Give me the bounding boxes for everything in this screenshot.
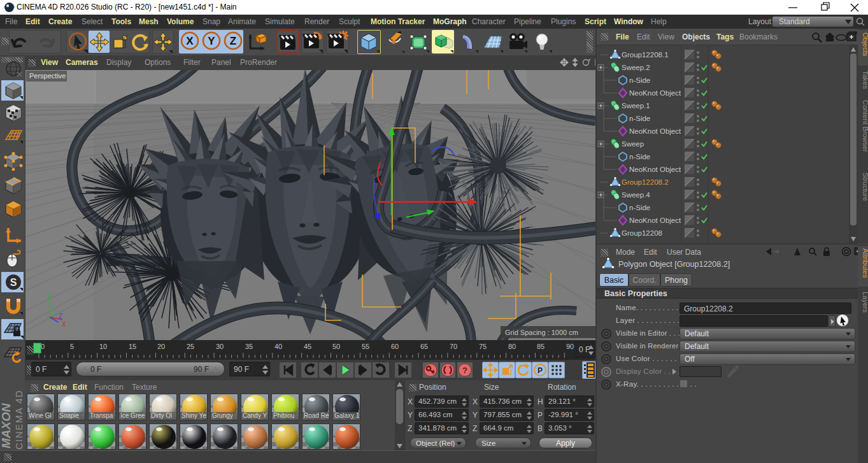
svg-text:20: 20 [157,343,165,350]
svg-text:NeoKnot Object: NeoKnot Object [629,89,681,97]
svg-text:S: S [10,277,17,288]
svg-text:Sweep.1: Sweep.1 [622,102,650,110]
svg-text:Sweep: Sweep [622,140,644,148]
svg-text:80: 80 [508,343,516,350]
svg-text:Y: Y [208,35,215,47]
svg-text:65: 65 [420,343,428,350]
svg-text:n-Side: n-Side [629,153,650,160]
svg-text:P: P [537,366,543,375]
svg-text:Sweep.4: Sweep.4 [622,191,650,199]
svg-text:60: 60 [391,343,399,350]
svg-text:n-Side: n-Side [629,115,650,122]
svg-text:35: 35 [245,343,253,350]
svg-text:Grid Spacing : 1000 cm: Grid Spacing : 1000 cm [505,329,578,336]
svg-text:5: 5 [70,343,74,350]
svg-text:NeoKnot Object: NeoKnot Object [629,166,681,173]
svg-text:90: 90 [566,343,574,350]
svg-text:0: 0 [41,343,45,350]
svg-text:Group12208.1: Group12208.1 [622,51,669,59]
svg-text:55: 55 [362,343,369,350]
svg-text:25: 25 [187,343,194,350]
svg-text:Z: Z [230,35,236,47]
svg-text:Group12208: Group12208 [622,229,662,237]
svg-text:85: 85 [537,343,544,350]
svg-text:15: 15 [129,343,136,350]
svg-text:70: 70 [450,343,457,350]
svg-text:MAXON: MAXON [0,402,13,448]
svg-text:?: ? [462,366,467,375]
svg-text:10: 10 [99,343,107,350]
svg-text:n-Side: n-Side [629,204,650,211]
svg-text:NeoKnot Object: NeoKnot Object [629,127,681,135]
svg-text:50: 50 [332,343,340,350]
svg-text:Perspective: Perspective [29,72,66,80]
svg-text:45: 45 [304,343,311,350]
svg-text:30: 30 [216,343,224,350]
svg-text:X: X [62,321,66,328]
svg-text:Z: Z [59,313,62,320]
svg-text:Sweep.2: Sweep.2 [622,64,650,71]
svg-text:NeoKnot Object: NeoKnot Object [629,217,681,224]
svg-text:n-Side: n-Side [629,76,650,84]
svg-text:40: 40 [274,343,282,350]
svg-text:CINEMA 4D: CINEMA 4D [13,390,24,450]
svg-text:X: X [186,35,194,47]
svg-text:Y: Y [46,294,51,301]
svg-text:75: 75 [479,343,487,350]
svg-text:Group12208.2: Group12208.2 [622,178,669,186]
